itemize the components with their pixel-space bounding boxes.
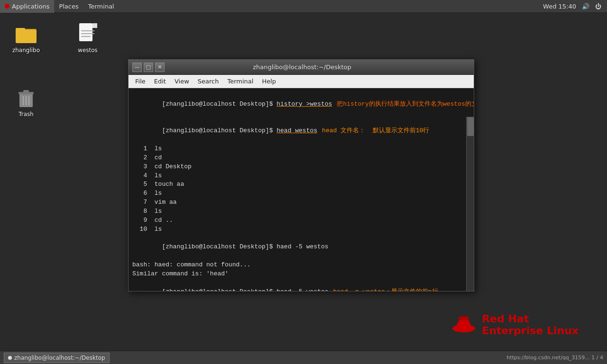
minimize-button[interactable]: —	[132, 63, 142, 72]
term-menu-search[interactable]: Search	[194, 77, 223, 86]
redhat-line1: Red Hat	[482, 313, 579, 325]
term-line-6: 4 ls	[132, 172, 470, 181]
terminal-content[interactable]: [zhanglibo@localhost Desktop]$ history >…	[129, 88, 474, 291]
desktop-icon-trash[interactable]: Trash	[7, 84, 45, 120]
term-line-3: 1 ls	[132, 145, 470, 154]
term-menu-view[interactable]: View	[171, 77, 193, 86]
desktop: zhanglibo westos	[0, 13, 607, 355]
svg-point-16	[458, 316, 469, 320]
desktop-icon-zhanglibo[interactable]: zhanglibo	[7, 20, 45, 56]
term-menu-edit[interactable]: Edit	[150, 77, 170, 86]
maximize-button[interactable]: □	[144, 63, 153, 72]
applications-menu[interactable]: Applications	[0, 0, 54, 13]
redhat-text: Red Hat Enterprise Linux	[482, 313, 579, 337]
taskbar-app-label: zhanglibo@localhost:~/Desktop	[14, 355, 105, 361]
redhat-hat-icon	[451, 314, 477, 336]
term-line-5: 3 cd Desktop	[132, 163, 470, 172]
topbar-right: Wed 15:40 🔊 ⏻	[543, 3, 607, 10]
taskbar-dot	[8, 356, 12, 360]
term-menu-help[interactable]: Help	[258, 77, 280, 86]
svg-rect-5	[92, 23, 97, 28]
term-line-2: [zhanglibo@localhost Desktop]$ head west…	[132, 118, 470, 145]
wm-buttons: — □ ✕	[132, 63, 165, 72]
term-line-1: [zhanglibo@localhost Desktop]$ history >…	[132, 91, 470, 118]
redhat-logo: Red Hat Enterprise Linux	[451, 313, 579, 337]
term-menu-file[interactable]: File	[131, 77, 149, 86]
terminal-menu[interactable]: Terminal	[83, 0, 119, 13]
terminal-window: — □ ✕ zhanglibo@localhost:~/Desktop File…	[128, 59, 474, 291]
power-icon[interactable]: ⏻	[595, 3, 601, 10]
term-line-14: bash: haed: command not found...	[132, 261, 470, 270]
file-icon	[76, 22, 99, 45]
term-line-11: 9 cd ..	[132, 216, 470, 225]
taskbar-left: zhanglibo@localhost:~/Desktop	[4, 353, 110, 363]
term-line-13: [zhanglibo@localhost Desktop]$ haed -5 w…	[132, 234, 470, 261]
trash-icon	[15, 86, 37, 109]
term-line-9: 7 vim aa	[132, 198, 470, 207]
close-button[interactable]: ✕	[155, 63, 165, 72]
datetime: Wed 15:40	[543, 3, 576, 10]
term-line-12: 10 ls	[132, 225, 470, 234]
taskbar-right-text: https://blog.csdn.net/qq_3159... 1 / 4	[506, 355, 603, 361]
zhanglibo-label: zhanglibo	[12, 47, 40, 54]
taskbar-right: https://blog.csdn.net/qq_3159... 1 / 4	[506, 355, 603, 361]
redhat-icon	[5, 4, 9, 9]
folder-icon	[15, 22, 37, 45]
term-line-16: [zhanglibo@localhost Desktop]$ head -5 w…	[132, 279, 470, 291]
term-line-4: 2 cd	[132, 154, 470, 163]
term-line-10: 8 ls	[132, 207, 470, 216]
term-line-8: 6 ls	[132, 189, 470, 198]
places-menu[interactable]: Places	[54, 0, 83, 13]
terminal-title: zhanglibo@localhost:~/Desktop	[165, 64, 440, 71]
taskbar: zhanglibo@localhost:~/Desktop https://bl…	[0, 351, 607, 364]
desktop-icon-westos[interactable]: westos	[69, 20, 107, 56]
places-label: Places	[59, 3, 78, 10]
trash-label: Trash	[18, 111, 34, 118]
svg-rect-3	[79, 23, 92, 41]
svg-rect-11	[23, 90, 29, 92]
applications-label: Applications	[12, 3, 49, 10]
term-menu-terminal[interactable]: Terminal	[223, 77, 257, 86]
scrollbar-thumb[interactable]	[467, 117, 474, 136]
redhat-line2: Enterprise Linux	[482, 325, 579, 337]
topbar-left: Applications Places Terminal	[0, 0, 119, 13]
westos-label: westos	[78, 47, 98, 54]
svg-rect-2	[16, 30, 37, 43]
term-line-7: 5 touch aa	[132, 180, 470, 189]
topbar: Applications Places Terminal Wed 15:40 🔊…	[0, 0, 607, 13]
taskbar-terminal-app[interactable]: zhanglibo@localhost:~/Desktop	[4, 353, 110, 363]
terminal-menubar: File Edit View Search Terminal Help	[129, 75, 474, 88]
terminal-titlebar: — □ ✕ zhanglibo@localhost:~/Desktop	[129, 60, 474, 75]
terminal-label: Terminal	[88, 3, 114, 10]
volume-icon[interactable]: 🔊	[582, 3, 589, 10]
term-line-15: Similar command is: 'head'	[132, 270, 470, 279]
terminal-scrollbar[interactable]	[466, 117, 474, 291]
